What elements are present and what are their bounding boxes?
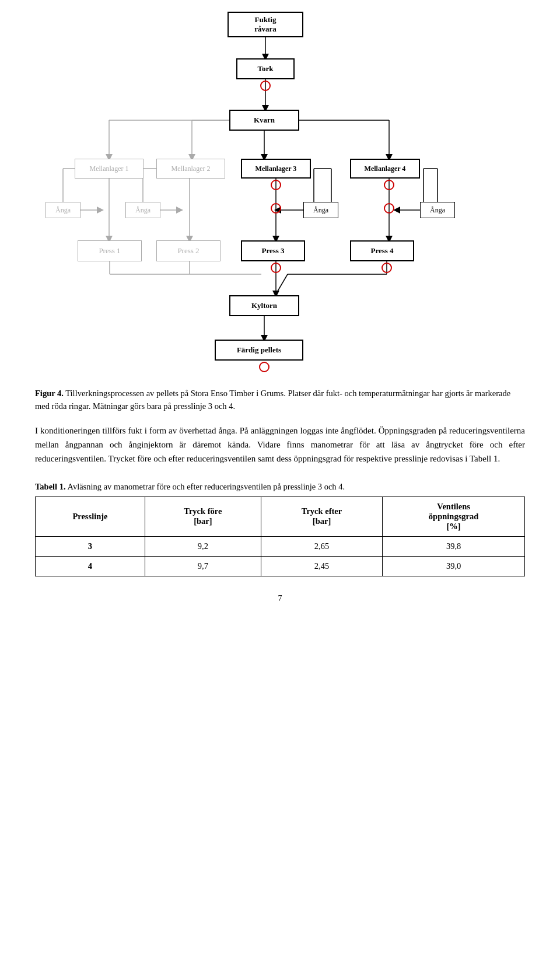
node-kvarn: Kvarn <box>229 110 299 131</box>
node-press1: Press 1 <box>78 240 142 261</box>
col-tryck-efter: Tryck efter[bar] <box>261 497 382 536</box>
table-caption: Tabell 1. Avläsning av manometrar före o… <box>35 482 525 492</box>
svg-line-31 <box>276 274 288 294</box>
col-presslinje: Presslinje <box>36 497 145 536</box>
node-anga2: Ånga <box>125 202 160 218</box>
marker-ml4-bottom <box>384 180 394 190</box>
node-ml2: Mellanlager 2 <box>156 159 225 179</box>
cell-r0-c0: 3 <box>36 536 145 556</box>
cell-r1-c3: 39,0 <box>383 556 525 576</box>
marker-anga4-press4 <box>384 203 394 214</box>
cell-r1-c0: 4 <box>36 556 145 576</box>
node-kyltorn: Kyltorn <box>229 295 299 316</box>
page: Fuktigråvara Tork Kvarn Mellanlager 1 Me… <box>0 0 560 979</box>
node-fuktig: Fuktigråvara <box>228 12 303 37</box>
marker-anga3-press3 <box>271 203 281 214</box>
flowchart: Fuktigråvara Tork Kvarn Mellanlager 1 Me… <box>35 12 525 373</box>
cell-r0-c3: 39,8 <box>383 536 525 556</box>
marker-ml3-bottom <box>271 180 281 190</box>
table-caption-bold: Tabell 1. <box>35 482 66 491</box>
col-tryck-fore: Tryck före[bar] <box>145 497 261 536</box>
node-ml4: Mellanlager 4 <box>350 159 420 179</box>
table-header-row: Presslinje Tryck före[bar] Tryck efter[b… <box>36 497 525 536</box>
table-row: 39,22,6539,8 <box>36 536 525 556</box>
table-caption-text: Avläsning av manometrar före och efter r… <box>66 482 345 491</box>
node-pellets: Färdig pellets <box>215 340 303 361</box>
marker-press3-bottom <box>271 263 281 273</box>
cell-r1-c1: 9,7 <box>145 556 261 576</box>
figure-caption: Figur 4. Tillverkningsprocessen av pelle… <box>35 387 525 413</box>
marker-pellets-bottom <box>259 362 270 372</box>
table-section: Tabell 1. Avläsning av manometrar före o… <box>35 482 525 576</box>
node-anga1: Ånga <box>46 202 80 218</box>
table-row: 49,72,4539,0 <box>36 556 525 576</box>
node-press3: Press 3 <box>241 240 305 261</box>
col-ventil: Ventilensöppningsgrad[%] <box>383 497 525 536</box>
node-anga4: Ånga <box>420 202 455 218</box>
marker-tork-bottom <box>260 81 271 91</box>
cell-r1-c2: 2,45 <box>261 556 382 576</box>
node-ml3: Mellanlager 3 <box>241 159 311 179</box>
flowchart-container: Fuktigråvara Tork Kvarn Mellanlager 1 Me… <box>35 12 525 373</box>
node-ml1: Mellanlager 1 <box>75 159 144 179</box>
marker-press4-bottom <box>382 263 392 273</box>
cell-r0-c1: 9,2 <box>145 536 261 556</box>
figure-caption-bold: Figur 4. <box>35 389 64 398</box>
node-tork: Tork <box>236 58 295 79</box>
node-press2: Press 2 <box>156 240 220 261</box>
body-paragraph-1: I konditioneringen tillförs fukt i form … <box>35 424 525 466</box>
cell-r0-c2: 2,65 <box>261 536 382 556</box>
node-press4: Press 4 <box>350 240 414 261</box>
figure-caption-text: Tillverkningsprocessen av pellets på Sto… <box>35 389 510 411</box>
page-number: 7 <box>278 594 282 603</box>
node-anga3: Ånga <box>303 202 338 218</box>
data-table: Presslinje Tryck före[bar] Tryck efter[b… <box>35 497 525 576</box>
